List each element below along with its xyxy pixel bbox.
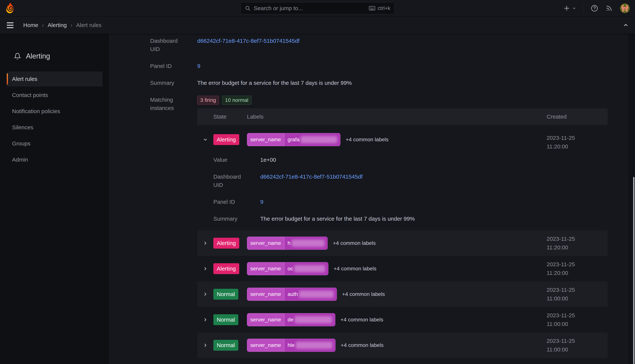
sidebar-item-alert-rules[interactable]: Alert rules: [7, 72, 102, 86]
table-row: Normalserver_nameind+4 common labels2023…: [197, 358, 608, 364]
breadcrumb-item-home[interactable]: Home: [23, 22, 38, 28]
table-row: Normalserver_nameauth+4 common labels202…: [197, 282, 608, 307]
detail-row-dashboard-uid: Dashboard UIDd66242cf-71e8-417c-8ef7-51b…: [213, 172, 608, 189]
menu-toggle-button[interactable]: [7, 22, 14, 28]
detail-row-dashboard-uid: Dashboard UIDd66242cf-71e8-417c-8ef7-51b…: [150, 37, 608, 53]
redacted-label-value: [294, 265, 325, 272]
expand-row-button[interactable]: [197, 292, 213, 297]
created-timestamp: 2023-11-2511:00:00: [546, 362, 608, 364]
keyboard-icon: [369, 6, 375, 11]
detail-value-link[interactable]: d66242cf-71e8-417c-8ef7-51b0741545df: [197, 38, 300, 44]
common-labels-text: +4 common labels: [346, 136, 388, 144]
detail-value-link[interactable]: 9: [260, 199, 264, 205]
breadcrumb-item-alerting[interactable]: Alerting: [48, 22, 67, 28]
label-key: server_name: [247, 288, 284, 300]
grafana-logo[interactable]: [6, 3, 16, 14]
redacted-label-value: [294, 316, 332, 323]
label-value-visible: auth: [288, 290, 298, 298]
detail-value-link[interactable]: d66242cf-71e8-417c-8ef7-51b0741545df: [260, 174, 362, 180]
sidebar-item-notification-policies[interactable]: Notification policies: [7, 104, 102, 119]
bell-icon: [14, 53, 21, 60]
main-content: Dashboard UIDd66242cf-71e8-417c-8ef7-51b…: [110, 34, 635, 364]
redacted-label-value: [296, 342, 332, 349]
common-labels-text: +4 common labels: [341, 341, 384, 349]
detail-value-link[interactable]: 9: [197, 63, 200, 69]
chevron-up-icon: [622, 22, 629, 28]
detail-row-summary: SummaryThe error budget for a service fo…: [150, 79, 608, 87]
state-badge-alerting: Alerting: [213, 134, 239, 145]
chevron-right-icon: [202, 342, 208, 348]
scrollbar-thumb[interactable]: [633, 177, 634, 364]
label-pill[interactable]: server_namegrafa: [247, 133, 340, 146]
help-button[interactable]: [591, 4, 598, 12]
label-pill[interactable]: server_nameoc: [247, 262, 328, 275]
created-timestamp: 2023-11-2511:00:00: [546, 311, 608, 328]
detail-value: 1e+00: [260, 156, 608, 164]
label-pill[interactable]: server_nameauth: [247, 288, 337, 301]
redacted-label-value: [300, 136, 337, 143]
search-placeholder: Search or jump to...: [254, 5, 366, 12]
created-timestamp: 2023-11-2511:20:00: [546, 260, 608, 277]
table-row: Alertingserver_namegrafa+4 common labels…: [197, 125, 608, 230]
label-pill[interactable]: server_nameh: [247, 236, 328, 250]
col-header-labels: Labels: [247, 112, 546, 121]
sidebar-section-title: Alerting: [0, 52, 109, 60]
created-timestamp: 2023-11-2511:00:00: [546, 286, 608, 303]
breadcrumb-item-alert-rules: Alert rules: [76, 22, 102, 28]
detail-value: The error budget for a service for the l…: [197, 79, 608, 87]
expand-row-button[interactable]: [197, 342, 213, 348]
sidebar-item-groups[interactable]: Groups: [7, 136, 102, 151]
table-body: Alertingserver_namegrafa+4 common labels…: [197, 125, 608, 364]
sidebar-item-contact-points[interactable]: Contact points: [7, 88, 102, 103]
label-value-visible: hle: [288, 341, 294, 349]
col-header-state: State: [213, 112, 247, 121]
collapse-header-button[interactable]: [622, 22, 629, 28]
table-row: Normalserver_namede+4 common labels2023-…: [197, 307, 608, 332]
chip-3-firing: 3 firing: [197, 96, 219, 105]
label-key: server_name: [247, 133, 284, 146]
expand-row-button[interactable]: [197, 266, 213, 272]
label-value-visible: grafa: [288, 136, 300, 144]
matching-instances-label: Matching instances: [150, 96, 197, 364]
chip-10-normal: 10 normal: [222, 96, 252, 105]
search-input[interactable]: Search or jump to... ctrl+k: [240, 2, 394, 14]
chevron-right-icon: [202, 266, 208, 272]
collapse-row-button[interactable]: [197, 137, 213, 142]
common-labels-text: +4 common labels: [340, 316, 383, 324]
label-value-visible: de: [288, 316, 293, 324]
detail-label: Summary: [213, 215, 260, 223]
state-badge-normal: Normal: [213, 314, 238, 325]
label-pill[interactable]: server_namede: [247, 313, 335, 326]
chevron-down-icon: [202, 137, 208, 142]
matching-instances-section: Matching instances 3 firing10 normal Sta…: [150, 96, 608, 364]
sidebar: Alerting Alert rulesContact pointsNotifi…: [0, 34, 110, 364]
table-row: Normalserver_namehle+4 common labels2023…: [197, 332, 608, 358]
detail-row-value: Value1e+00: [213, 156, 608, 164]
detail-label: Summary: [150, 79, 197, 87]
common-labels-text: +4 common labels: [333, 239, 376, 247]
detail-label: Value: [213, 156, 260, 164]
table-header: State Labels Created: [197, 108, 608, 125]
breadcrumb-bar: Home›Alerting›Alert rules: [0, 16, 635, 34]
expand-row-button[interactable]: [197, 317, 213, 322]
avatar[interactable]: [620, 4, 630, 13]
news-button[interactable]: [605, 4, 613, 12]
state-badge-alerting: Alerting: [213, 238, 239, 248]
chevron-right-icon: [202, 317, 208, 322]
detail-label: Dashboard UID: [213, 172, 260, 189]
state-badge-alerting: Alerting: [213, 263, 239, 274]
detail-label: Panel ID: [213, 198, 260, 206]
label-pill[interactable]: server_namehle: [247, 339, 336, 352]
created-timestamp: 2023-11-2511:20:00: [546, 128, 608, 151]
search-icon: [245, 5, 251, 11]
sidebar-nav: Alert rulesContact pointsNotification po…: [0, 72, 109, 167]
detail-row-summary: SummaryThe error budget for a service fo…: [213, 215, 608, 223]
sidebar-item-admin[interactable]: Admin: [7, 152, 102, 167]
col-header-created: Created: [546, 112, 608, 121]
redacted-label-value: [299, 291, 334, 298]
detail-label: Dashboard UID: [150, 37, 197, 53]
expand-row-button[interactable]: [197, 240, 213, 246]
new-button[interactable]: [563, 5, 576, 12]
sidebar-item-silences[interactable]: Silences: [7, 120, 102, 135]
instance-state-chips: 3 firing10 normal: [197, 96, 608, 105]
